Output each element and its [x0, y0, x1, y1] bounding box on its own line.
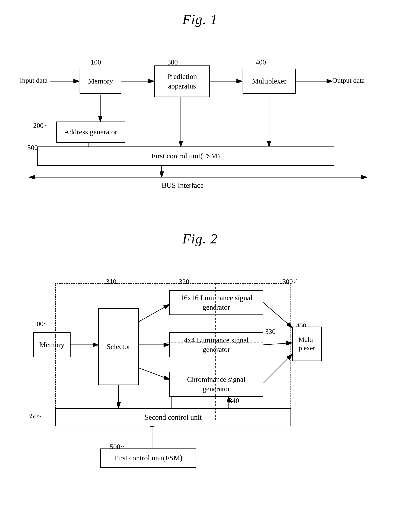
ref-100: 100 — [91, 58, 101, 66]
fig2-multiplexer-box: Multi- plexer — [292, 327, 322, 361]
fig2-ref-100: 100~ — [33, 320, 47, 328]
fig1-title: Fig. 1 — [15, 12, 385, 27]
fig2-selector-box: Selector — [98, 308, 139, 385]
fig2-diagram: 100~ 310 320 300 ∕ 330 340 350~ 400 500~… — [18, 258, 382, 489]
address-gen-box: Address generator — [56, 121, 125, 143]
first-control-box: First control unit(FSM) — [37, 146, 334, 166]
fig2-ref-350: 350~ — [27, 412, 41, 420]
fig1-diagram: Input data Output data 100 300 400 200~ … — [18, 39, 382, 212]
output-data-label: Output data — [332, 76, 365, 84]
prediction-box: Prediction apparatus — [154, 65, 209, 97]
fig2-first-control-box: First control unit(FSM) — [100, 449, 196, 468]
ref-200: 200~ — [33, 121, 47, 130]
bus-interface-label: BUS Interface — [162, 181, 203, 190]
ref-400: 400 — [256, 58, 266, 66]
ref-300: 300 — [167, 58, 178, 66]
memory-box: Memory — [80, 69, 121, 94]
input-data-label: Input data — [20, 76, 48, 84]
multiplexer-box: Multiplexer — [243, 69, 296, 94]
fig2-title: Fig. 2 — [15, 231, 385, 247]
page: Fig. 1 — [0, 0, 400, 500]
fig2-dashed-lines — [167, 283, 263, 422]
